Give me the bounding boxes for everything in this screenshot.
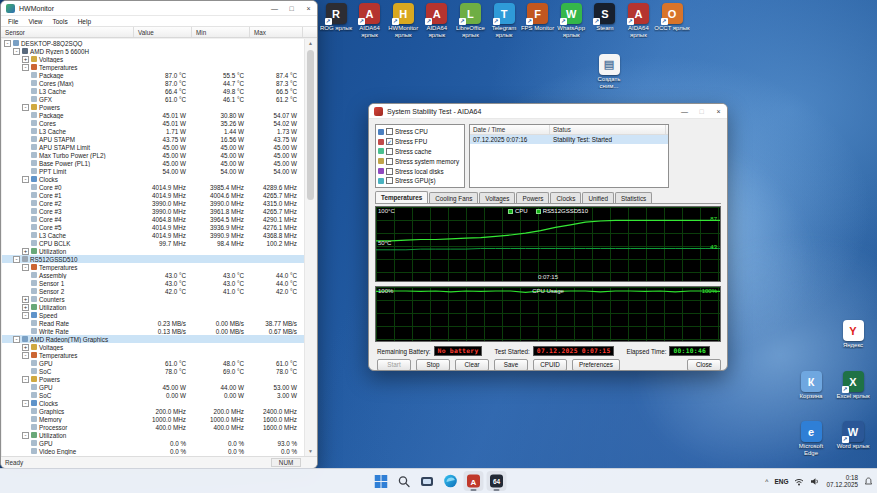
sensor-row[interactable]: -AMD Radeon(TM) Graphics	[2, 335, 304, 343]
stress-option[interactable]: Stress cache	[378, 147, 462, 157]
desktop-icon[interactable]: ККорзина	[794, 371, 828, 400]
collapse-toggle-icon[interactable]: -	[22, 432, 29, 439]
tab-unified[interactable]: Unified	[582, 192, 614, 203]
sensor-row[interactable]: GPU45.00 W44.00 W53.00 W	[2, 383, 304, 391]
tab-cooling-fans[interactable]: Cooling Fans	[429, 192, 478, 203]
preferences-button[interactable]: Preferences	[572, 359, 620, 371]
start-button[interactable]: Start	[377, 359, 411, 371]
collapse-toggle-icon[interactable]: -	[22, 104, 29, 111]
volume-icon[interactable]	[810, 472, 820, 490]
sensor-row[interactable]: L3 Cache1.71 W1.44 W1.73 W	[2, 127, 304, 135]
notification-bell-icon[interactable]	[864, 472, 873, 490]
stop-button[interactable]: Stop	[416, 359, 450, 371]
expand-toggle-icon[interactable]: +	[22, 296, 29, 303]
sensor-row[interactable]: Package45.01 W30.80 W54.07 W	[2, 111, 304, 119]
sensor-row[interactable]: Core #23990.0 MHz3990.0 MHz4315.0 MHz	[2, 199, 304, 207]
desktop-icon[interactable]: eMicrosoft Edge	[794, 421, 828, 456]
sensor-row[interactable]: -Temperatures	[2, 263, 304, 271]
column-header-value[interactable]: Value	[134, 27, 192, 37]
legend-checkbox[interactable]	[508, 209, 513, 214]
close-button[interactable]: Close	[687, 359, 721, 371]
checkbox[interactable]: ✓	[386, 138, 393, 145]
collapse-toggle-icon[interactable]: -	[13, 256, 20, 263]
desktop-icon[interactable]: ▤Создать сним...	[592, 54, 626, 89]
collapse-toggle-icon[interactable]: -	[22, 376, 29, 383]
stress-option[interactable]: Stress CPU	[378, 127, 462, 137]
sensor-row[interactable]: Cores45.01 W35.26 W54.02 W	[2, 119, 304, 127]
close-icon[interactable]: ×	[300, 1, 317, 15]
network-icon[interactable]	[794, 472, 804, 490]
collapse-toggle-icon[interactable]: -	[13, 336, 20, 343]
checkbox[interactable]	[386, 158, 393, 165]
stress-option[interactable]: Stress system memory	[378, 156, 462, 166]
taskbar-task-view-icon[interactable]	[417, 471, 437, 491]
sensor-row[interactable]: -Powers	[2, 103, 304, 111]
sensor-row[interactable]: -DESKTOP-88Q2SQQ	[2, 39, 304, 47]
taskbar-clock[interactable]: 0:18 07.12.2025	[826, 474, 858, 488]
checkbox[interactable]	[386, 148, 393, 155]
desktop-icon[interactable]: X↗Excel ярлык	[836, 371, 870, 400]
desktop-icon[interactable]: S↗Steam	[588, 3, 622, 32]
sensor-row[interactable]: Base Power (PL1)45.00 W45.00 W45.00 W	[2, 159, 304, 167]
scrollbar[interactable]: ▲ ▼	[304, 39, 316, 456]
clear-button[interactable]: Clear	[455, 359, 489, 371]
sensor-row[interactable]: +Voltages	[2, 343, 304, 351]
log-row[interactable]: 07.12.2025 0:07:16Stability Test: Starte…	[470, 135, 668, 144]
sensor-row[interactable]: -Clocks	[2, 175, 304, 183]
collapse-toggle-icon[interactable]: -	[4, 40, 11, 47]
menu-file[interactable]: File	[3, 18, 23, 25]
collapse-toggle-icon[interactable]: -	[22, 264, 29, 271]
expand-toggle-icon[interactable]: +	[22, 304, 29, 311]
taskbar-start-icon[interactable]	[371, 471, 391, 491]
sensor-row[interactable]: Write Rate0.13 MB/s0.00 MB/s0.67 MB/s	[2, 327, 304, 335]
desktop-icon[interactable]: A↗AIDA64 ярлык	[621, 3, 655, 38]
sensor-row[interactable]: Core #44064.8 MHz3964.5 MHz4290.1 MHz	[2, 215, 304, 223]
menu-tools[interactable]: Tools	[47, 18, 72, 25]
expand-toggle-icon[interactable]: +	[22, 56, 29, 63]
sensor-row[interactable]: Core #33990.0 MHz3961.8 MHz4265.7 MHz	[2, 207, 304, 215]
stress-option[interactable]: Stress local disks	[378, 166, 462, 176]
sensor-row[interactable]: -Temperatures	[2, 63, 304, 71]
desktop-icon[interactable]: A↗AIDA64 ярлык	[353, 3, 387, 38]
sensor-row[interactable]: Sensor 143.0 °C43.0 °C44.0 °C	[2, 279, 304, 287]
desktop-icon[interactable]: W↗Word ярлык	[836, 421, 870, 450]
desktop-icon[interactable]: W↗WhatsApp ярлык	[554, 3, 588, 38]
sensor-row[interactable]: L3 Cache4014.9 MHz3990.9 MHz4368.8 MHz	[2, 231, 304, 239]
sensor-row[interactable]: L3 Cache66.4 °C49.8 °C66.5 °C	[2, 87, 304, 95]
legend-checkbox[interactable]	[536, 209, 541, 214]
maximize-icon[interactable]: □	[283, 1, 300, 15]
log-column-status[interactable]: Status	[550, 125, 666, 134]
collapse-toggle-icon[interactable]: -	[22, 176, 29, 183]
hwmonitor-titlebar[interactable]: HWMonitor — □ ×	[1, 1, 317, 16]
sensor-row[interactable]: +Voltages	[2, 55, 304, 63]
minimize-icon[interactable]: —	[676, 104, 693, 118]
tray-chevron-icon[interactable]: ^	[765, 478, 768, 485]
legend-item[interactable]: CPU	[508, 208, 528, 214]
sensor-row[interactable]: +Utilization	[2, 247, 304, 255]
sensor-row[interactable]: Read Rate0.23 MB/s0.00 MB/s38.77 MB/s	[2, 319, 304, 327]
menu-help[interactable]: Help	[73, 18, 96, 25]
sensor-row[interactable]: CPU BCLK99.7 MHz98.4 MHz100.2 MHz	[2, 239, 304, 247]
sensor-row[interactable]: Sensor 242.0 °C41.0 °C42.0 °C	[2, 287, 304, 295]
tab-voltages[interactable]: Voltages	[479, 192, 515, 203]
stress-option[interactable]: ✓Stress FPU	[378, 137, 462, 147]
taskbar-edge-icon[interactable]	[440, 471, 460, 491]
sensor-row[interactable]: Core #54014.9 MHz3936.9 MHz4276.1 MHz	[2, 223, 304, 231]
scroll-up-icon[interactable]: ▲	[305, 39, 316, 48]
collapse-toggle-icon[interactable]: -	[22, 312, 29, 319]
desktop-icon[interactable]: L↗LibreOffice ярлык	[453, 3, 487, 38]
sensor-row[interactable]: Memory1000.0 MHz1000.0 MHz1600.0 MHz	[2, 415, 304, 423]
sensor-row[interactable]: Core #14014.9 MHz4004.6 MHz4265.7 MHz	[2, 191, 304, 199]
sensor-row[interactable]: -RS512GSSD510	[2, 255, 304, 263]
scrollbar-thumb[interactable]	[307, 50, 314, 200]
legend-item[interactable]: RS512GSSD510	[536, 208, 588, 214]
sensor-row[interactable]: SoC78.0 °C69.0 °C78.0 °C	[2, 367, 304, 375]
sensor-row[interactable]: Graphics200.0 MHz200.0 MHz2400.0 MHz	[2, 407, 304, 415]
collapse-toggle-icon[interactable]: -	[22, 400, 29, 407]
sensor-row[interactable]: SoC0.00 W0.00 W3.00 W	[2, 391, 304, 399]
minimize-icon[interactable]: —	[266, 1, 283, 15]
tab-temperatures[interactable]: Temperatures	[375, 191, 428, 203]
sensor-row[interactable]: GFX61.0 °C46.1 °C61.2 °C	[2, 95, 304, 103]
sensor-row[interactable]: Max Turbo Power (PL2)45.00 W45.00 W45.00…	[2, 151, 304, 159]
close-icon[interactable]: ×	[710, 104, 727, 118]
